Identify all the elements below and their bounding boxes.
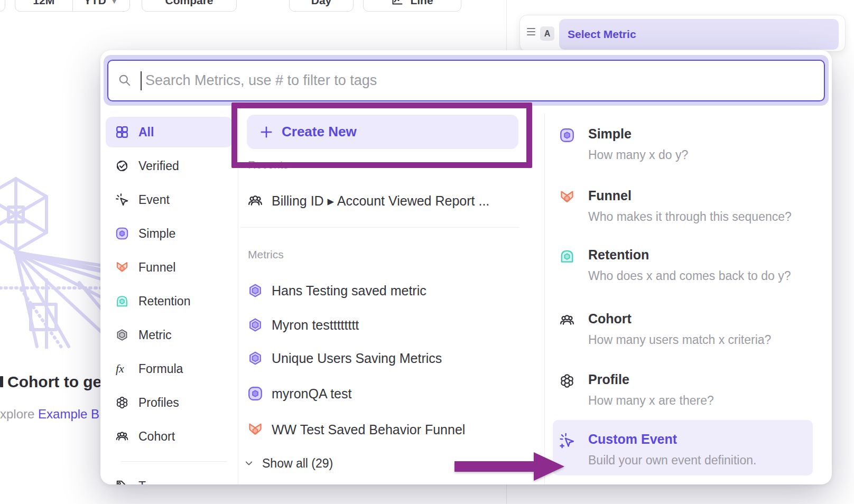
explore-prefix: xplore bbox=[0, 407, 38, 421]
tag-icon bbox=[115, 479, 129, 484]
retention-icon bbox=[115, 294, 129, 308]
text-caret bbox=[141, 71, 142, 90]
chevron-down-icon bbox=[244, 459, 254, 468]
sidebar-item-metric[interactable]: Metric bbox=[106, 322, 238, 348]
metric-list-item[interactable]: myronQA test bbox=[241, 383, 518, 404]
row-letter-badge: A bbox=[540, 26, 554, 41]
verified-icon bbox=[115, 159, 129, 173]
formula-icon bbox=[115, 362, 129, 376]
show-all-button[interactable]: Show all (29) bbox=[244, 454, 333, 472]
line-chart-icon bbox=[391, 0, 404, 7]
background-explore-line: xplore Example B bbox=[0, 407, 100, 422]
sidebar-item-funnel[interactable]: Funnel bbox=[106, 255, 238, 280]
background-headline: Cohort to ge bbox=[7, 373, 101, 391]
grid-icon bbox=[115, 125, 129, 139]
funnel-icon bbox=[247, 422, 263, 437]
cohort-icon bbox=[247, 193, 263, 209]
funnel-icon bbox=[115, 260, 129, 274]
metric-hexagon-purple-icon bbox=[247, 317, 263, 333]
metric-hexagon-purple-icon bbox=[247, 350, 263, 366]
drag-handle-icon[interactable] bbox=[527, 28, 535, 35]
cohort-icon bbox=[115, 430, 129, 443]
metric-icon bbox=[115, 328, 129, 342]
date-range-group: 12M YTD▼ bbox=[15, 0, 130, 12]
simple-icon bbox=[559, 127, 575, 143]
metric-list-item[interactable]: WW Test Saved Behavior Funnel bbox=[241, 419, 518, 440]
columns-divider bbox=[544, 114, 545, 484]
sidebar-item-profiles[interactable]: Profiles bbox=[106, 390, 238, 415]
compare-button[interactable]: Compare bbox=[142, 0, 237, 12]
event-icon bbox=[115, 193, 129, 207]
cohort-icon bbox=[559, 312, 575, 328]
sidebar-section-divider bbox=[122, 461, 227, 462]
simple-icon bbox=[247, 386, 263, 402]
metric-query-row: A Select Metric bbox=[519, 15, 846, 52]
custom-event-icon bbox=[559, 433, 575, 449]
sidebar-item-formula[interactable]: Formula bbox=[106, 356, 238, 381]
sidebar-item-simple[interactable]: Simple bbox=[106, 221, 238, 246]
profiles-icon bbox=[115, 396, 129, 409]
metric-list-item[interactable]: Unique Users Saving Metrics bbox=[241, 348, 518, 369]
recent-item[interactable]: Billing ID ▸ Account Viewed Report ... bbox=[241, 190, 518, 211]
app-screen: Cohort to ge xplore Example B 12M YTD▼ C… bbox=[0, 0, 854, 504]
clipped-text-fragment bbox=[0, 376, 3, 387]
metric-list-item[interactable]: Hans Testing saved metric bbox=[241, 280, 518, 301]
day-granularity-button[interactable]: Day bbox=[289, 0, 354, 12]
sidebar-item-retention[interactable]: Retention bbox=[106, 288, 238, 314]
create-new-highlight-box bbox=[231, 102, 532, 168]
line-chart-type-button[interactable]: Line bbox=[363, 0, 461, 12]
metrics-header: Metrics bbox=[248, 248, 284, 261]
sidebar-divider bbox=[238, 114, 238, 484]
sidebar-item-event[interactable]: Event bbox=[106, 187, 238, 212]
custom-event-arrow bbox=[454, 450, 567, 483]
sidebar-item-all[interactable]: All bbox=[106, 117, 233, 147]
clipped-toolbar-button[interactable] bbox=[0, 0, 5, 12]
select-metric-field[interactable]: Select Metric bbox=[559, 19, 839, 50]
chevron-down-icon: ▼ bbox=[110, 0, 118, 5]
sidebar-item-cohort[interactable]: Cohort bbox=[106, 424, 238, 449]
example-link[interactable]: Example B bbox=[38, 407, 99, 421]
funnel-icon bbox=[559, 189, 575, 205]
metric-list-item[interactable]: Myron testttttttt bbox=[241, 314, 518, 335]
metric-hexagon-purple-icon bbox=[247, 283, 263, 298]
search-icon bbox=[118, 73, 132, 87]
retention-icon bbox=[559, 248, 575, 264]
simple-icon bbox=[115, 227, 129, 240]
sidebar-item-verified[interactable]: Verified bbox=[106, 153, 238, 179]
profiles-icon bbox=[559, 373, 575, 389]
range-12m-button[interactable]: 12M bbox=[15, 0, 72, 11]
list-divider bbox=[240, 227, 519, 228]
sidebar-item-clipped[interactable]: T bbox=[106, 473, 238, 484]
metric-search-input[interactable] bbox=[107, 60, 825, 101]
range-ytd-button[interactable]: YTD▼ bbox=[73, 0, 130, 11]
